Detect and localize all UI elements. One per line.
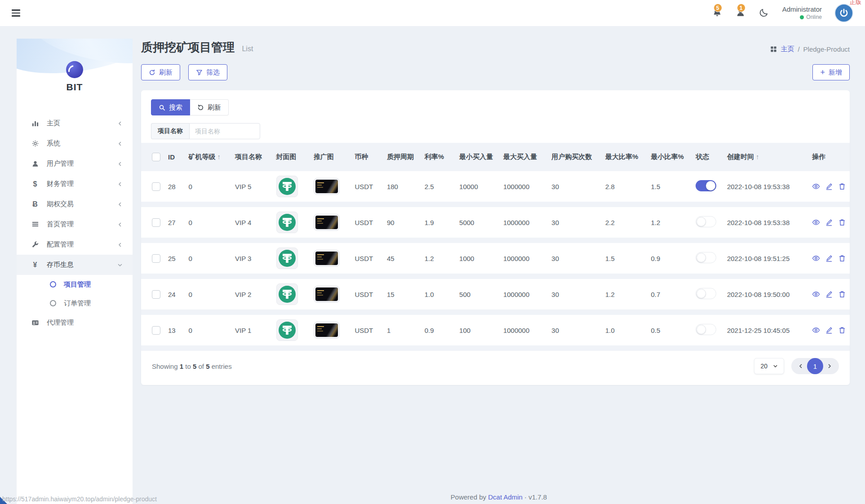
edit-pencil-icon[interactable]: [825, 218, 833, 226]
cell-id: 24: [164, 279, 185, 309]
promo-image[interactable]: [314, 250, 340, 267]
promo-image[interactable]: [314, 214, 340, 231]
column-label: 封面图: [276, 153, 297, 160]
column-label: 最小买入量: [459, 153, 493, 160]
edit-pencil-icon[interactable]: [825, 254, 833, 262]
sidebar-item-label: 配置管理: [47, 240, 74, 249]
delete-trash-icon[interactable]: [838, 182, 846, 190]
delete-trash-icon[interactable]: [838, 290, 846, 298]
row-checkbox[interactable]: [152, 254, 160, 263]
sidebar-item-finance[interactable]: $ 财务管理: [17, 174, 133, 194]
delete-trash-icon[interactable]: [838, 218, 846, 226]
sidebar-item-options-trading[interactable]: Ƀ 期权交易: [17, 194, 133, 214]
brand-name: BIT: [17, 82, 133, 93]
notifications-bell-icon[interactable]: 5: [712, 8, 723, 18]
sidebar-item-label: 期权交易: [47, 200, 74, 208]
dcat-admin-link[interactable]: Dcat Admin: [488, 493, 523, 501]
select-all-header: [141, 148, 164, 166]
view-eye-icon[interactable]: [812, 254, 820, 262]
edit-pencil-icon[interactable]: [825, 326, 833, 334]
row-checkbox[interactable]: [152, 326, 160, 335]
delete-trash-icon[interactable]: [838, 254, 846, 262]
status-toggle[interactable]: [696, 288, 716, 299]
view-eye-icon[interactable]: [812, 290, 820, 298]
plus-icon: +: [820, 68, 825, 76]
view-eye-icon[interactable]: [812, 182, 820, 190]
sidebar-subitem-order-management[interactable]: 订单管理: [17, 294, 133, 313]
cell-rate: 1.0: [421, 279, 456, 309]
sidebar-toggle-icon[interactable]: [12, 9, 20, 17]
user-messages-icon[interactable]: 1: [736, 8, 746, 18]
sidebar-subitem-project-management[interactable]: 项目管理: [17, 275, 133, 294]
search-reset-button[interactable]: 刷新: [190, 99, 229, 115]
current-page-button[interactable]: 1: [807, 358, 823, 374]
row-checkbox[interactable]: [152, 290, 160, 299]
sidebar-item-system[interactable]: 系统: [17, 133, 133, 154]
row-checkbox[interactable]: [152, 218, 160, 227]
promo-image[interactable]: [314, 178, 340, 195]
promo-image[interactable]: [314, 322, 340, 339]
refresh-button[interactable]: 刷新: [141, 64, 180, 80]
app-version: v1.7.8: [528, 493, 547, 501]
status-toggle[interactable]: [696, 180, 716, 191]
sidebar-item-home[interactable]: 主页: [17, 113, 133, 133]
row-checkbox[interactable]: [152, 182, 160, 191]
cell-coin: USDT: [351, 279, 383, 309]
cell-project-name: VIP 4: [231, 207, 273, 238]
dollar-icon: $: [30, 180, 40, 188]
circle-bullet-icon: [50, 300, 56, 306]
filter-button[interactable]: 筛选: [188, 64, 227, 80]
status-toggle[interactable]: [696, 252, 716, 263]
cell-min-ratio: 1.5: [648, 171, 692, 202]
column-header: 创建时间↑: [723, 148, 808, 166]
cover-image-tether-icon[interactable]: [276, 176, 298, 197]
prev-page-button[interactable]: [794, 363, 807, 369]
sidebar-item-label: 存币生息: [47, 261, 74, 269]
cell-miner-level: 0: [185, 207, 231, 238]
sidebar-item-deposit-interest[interactable]: ¥ 存币生息: [17, 255, 133, 275]
cell-id: 13: [164, 315, 185, 345]
page-subtitle: List: [242, 45, 253, 53]
avatar[interactable]: [834, 4, 853, 22]
status-toggle[interactable]: [696, 216, 716, 227]
edit-pencil-icon[interactable]: [825, 290, 833, 298]
add-button[interactable]: + 新增: [812, 64, 850, 80]
sidebar-item-agent-management[interactable]: 代理管理: [17, 313, 133, 333]
column-header: 币种: [351, 148, 383, 166]
table-row: 270VIP 4USDT901.950001000000302.21.22022…: [141, 207, 850, 238]
edit-pencil-icon[interactable]: [825, 182, 833, 190]
dark-mode-moon-icon[interactable]: [759, 8, 770, 18]
cell-id: 27: [164, 207, 185, 238]
column-header: 最大比率%: [602, 148, 648, 166]
cover-image-tether-icon[interactable]: [276, 248, 298, 269]
project-name-filter-label: 项目名称: [151, 123, 189, 139]
search-submit-button[interactable]: 搜索: [151, 99, 190, 115]
delete-trash-icon[interactable]: [838, 326, 846, 334]
promo-image[interactable]: [314, 286, 340, 303]
refresh-icon: [149, 69, 155, 76]
cover-image-tether-icon[interactable]: [276, 319, 298, 341]
status-toggle[interactable]: [696, 324, 716, 335]
sidebar-item-users[interactable]: 用户管理: [17, 154, 133, 174]
main-content: 质押挖矿项目管理 List 主页 / Pledge-Product 刷新 筛选 …: [133, 26, 865, 504]
cell-created-at: 2022-10-08 19:50:00: [723, 279, 808, 309]
undo-refresh-icon: [197, 104, 204, 111]
cell-max-buy: 1000000: [500, 315, 548, 345]
sidebar-subitem-label: 项目管理: [64, 280, 91, 289]
select-all-checkbox[interactable]: [152, 153, 160, 161]
view-eye-icon[interactable]: [812, 326, 820, 334]
gear-icon: [30, 140, 40, 147]
cover-image-tether-icon[interactable]: [276, 212, 298, 233]
cell-coin: USDT: [351, 171, 383, 202]
chevron-down-icon: [117, 262, 123, 268]
breadcrumb-home-link[interactable]: 主页: [781, 45, 794, 53]
next-page-button[interactable]: [823, 363, 836, 369]
cover-image-tether-icon[interactable]: [276, 283, 298, 305]
view-eye-icon[interactable]: [812, 218, 820, 226]
wrench-icon: [30, 241, 40, 248]
page-size-select[interactable]: 20: [754, 358, 784, 374]
sidebar-item-homepage[interactable]: 首页管理: [17, 214, 133, 234]
sidebar-item-config[interactable]: 配置管理: [17, 234, 133, 255]
idcard-icon: [30, 319, 40, 327]
project-name-input[interactable]: [189, 123, 260, 139]
